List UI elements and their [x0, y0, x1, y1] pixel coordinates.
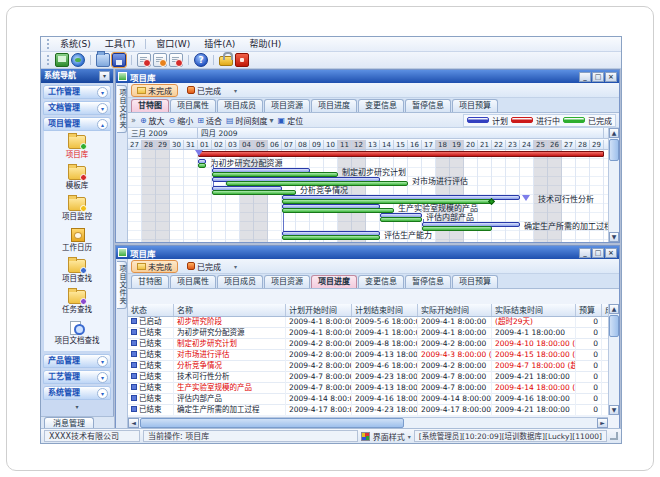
gantt-tool-放大[interactable]: ⊕放大: [140, 115, 165, 126]
scroll-up-icon[interactable]: ▲: [609, 128, 619, 138]
sidebar-collapse-icon[interactable]: ▾: [43, 402, 111, 412]
table-row[interactable]: 已结束为初步研究分配资源2009-4-1 8:00:002009-4-1 18:…: [128, 328, 608, 339]
filter-button-未完成[interactable]: 未完成: [131, 84, 178, 97]
gantt-tool-定位[interactable]: ▣定位: [278, 115, 304, 126]
done-bar-评估生产能力[interactable]: [282, 235, 380, 240]
tab-project-folder[interactable]: 项目文件夹: [117, 85, 127, 133]
table-row[interactable]: 已结束对市场进行评估2009-4-2 8:00:002009-4-13 18:0…: [128, 350, 608, 361]
table-row[interactable]: 已结束确定生产所需的加工过程2009-4-17 8:00:002009-4-23…: [128, 405, 608, 415]
tab-项目预算[interactable]: 项目预算: [452, 99, 498, 112]
gantt-tool-适合[interactable]: ⊞适合: [197, 115, 222, 126]
close-icon[interactable]: ×: [605, 72, 617, 82]
column-header-实际开始时间[interactable]: 实际开始时间: [418, 304, 492, 317]
exit-icon[interactable]: [235, 53, 249, 67]
resize-grip-icon[interactable]: [610, 432, 618, 440]
table-vertical-scrollbar[interactable]: ▲ ▼: [608, 304, 619, 415]
minimize-icon[interactable]: _: [579, 72, 591, 82]
summary-bar-初步研究阶段[interactable]: [198, 151, 604, 157]
chevron-down-icon[interactable]: ▾: [97, 103, 108, 114]
tab-项目资源[interactable]: 项目资源: [264, 99, 310, 112]
tab-项目资源[interactable]: 项目资源: [264, 275, 310, 288]
sidebar-group-header-5[interactable]: 系统管理▾: [43, 386, 111, 400]
scroll-up-icon[interactable]: ▲: [609, 304, 619, 314]
doc-edit-icon[interactable]: [153, 53, 167, 67]
column-header-预算[interactable]: 预算: [576, 304, 602, 317]
table-row[interactable]: 已启动初步研究阶段2009-4-1 8:00:002009-5-6 18:00:…: [128, 317, 608, 328]
doc-add-icon[interactable]: [137, 53, 151, 67]
gantt-vertical-scrollbar[interactable]: ▲ ▼: [608, 128, 619, 242]
column-header-实际结束时间[interactable]: 实际结束时间: [492, 304, 576, 317]
chevron-down-icon[interactable]: ▾: [97, 388, 108, 399]
table-row[interactable]: 已结束评估内部产品2009-4-14 8:00:002009-4-16 18:0…: [128, 394, 608, 405]
sidebar-group-header-2[interactable]: 项目管理▴: [43, 117, 111, 131]
menu-item-3[interactable]: 插件(A): [197, 37, 242, 51]
maximize-icon[interactable]: □: [592, 72, 604, 82]
done-bar-评估内部产品[interactable]: [380, 217, 422, 222]
table-row[interactable]: 已结束制定初步研究计划2009-4-2 8:00:002009-4-8 18:0…: [128, 339, 608, 350]
chevron-down-icon[interactable]: ▾: [97, 87, 108, 98]
sidebar-item-模板库[interactable]: 模板库: [44, 164, 110, 195]
overflow-chevron-icon[interactable]: ▾: [230, 263, 241, 270]
gantt-tool-时间刻度[interactable]: ▤时间刻度▾: [226, 115, 274, 126]
minimize-icon[interactable]: _: [579, 248, 591, 258]
tab-变更信息[interactable]: 变更信息: [358, 275, 404, 288]
tab-甘特图[interactable]: 甘特图: [131, 99, 169, 112]
menu-item-4[interactable]: 帮助(H): [242, 37, 288, 51]
sidebar-group-header-3[interactable]: 产品管理▾: [43, 354, 111, 368]
globe-icon[interactable]: [71, 53, 85, 67]
filter-button-未完成[interactable]: 未完成: [131, 260, 178, 273]
menu-item-0[interactable]: 系统(S): [53, 37, 98, 51]
chevron-up-icon[interactable]: ▴: [97, 119, 108, 130]
sidebar-item-项目文档查找[interactable]: 项目文档查找: [44, 319, 110, 350]
sidebar-group-header-1[interactable]: 文档管理▾: [43, 101, 111, 115]
close-icon[interactable]: ×: [605, 248, 617, 258]
scroll-thumb[interactable]: [609, 139, 619, 161]
tab-项目属性[interactable]: 项目属性: [170, 275, 216, 288]
tab-甘特图[interactable]: 甘特图: [131, 275, 169, 288]
tab-project-folder[interactable]: 项目文件夹: [117, 261, 127, 309]
menu-item-1[interactable]: 工具(T): [98, 37, 143, 51]
tab-暂停信息[interactable]: 暂停信息: [405, 99, 451, 112]
interface-style-button[interactable]: 界面样式 ▾: [361, 431, 411, 442]
chevron-down-icon[interactable]: ▾: [97, 356, 108, 367]
folder-open-icon[interactable]: [96, 53, 110, 67]
scroll-left-icon[interactable]: ◄: [128, 418, 139, 428]
sidebar-group-header-4[interactable]: 工艺管理▾: [43, 370, 111, 384]
more-tools-icon[interactable]: »: [131, 116, 136, 125]
table-horizontal-scrollbar[interactable]: ◄ ►: [128, 417, 608, 428]
column-header-状态[interactable]: 状态: [128, 304, 174, 317]
tab-项目进度[interactable]: 项目进度: [311, 275, 357, 288]
sidebar-item-工作日历[interactable]: 工作日历: [44, 226, 110, 257]
done-bar-为初步研究分配资源[interactable]: [198, 163, 206, 168]
column-header-计划结束时间[interactable]: 计划结束时间: [352, 304, 418, 317]
save-icon[interactable]: [112, 53, 126, 67]
tab-项目成员[interactable]: 项目成员: [217, 99, 263, 112]
sidebar-item-项目库[interactable]: 项目库: [44, 133, 110, 164]
tab-项目进度[interactable]: 项目进度: [311, 99, 357, 112]
filter-button-已完成[interactable]: 已完成: [181, 84, 227, 97]
scroll-right-icon[interactable]: ►: [597, 418, 608, 428]
chevron-down-icon[interactable]: ▾: [97, 372, 108, 383]
done-bar-生产实验室规模的产品[interactable]: [282, 208, 394, 213]
tab-项目成员[interactable]: 项目成员: [217, 275, 263, 288]
done-bar-确定生产所需的加工过程[interactable]: [422, 226, 492, 231]
table-row[interactable]: 已结束生产实验室规模的产品2009-4-7 8:00:002009-4-13 1…: [128, 383, 608, 394]
sidebar-item-任务查找[interactable]: 任务查找: [44, 288, 110, 319]
tab-项目预算[interactable]: 项目预算: [452, 275, 498, 288]
lock-icon[interactable]: [219, 56, 233, 66]
maximize-icon[interactable]: □: [592, 248, 604, 258]
monitor-icon[interactable]: [55, 53, 69, 67]
scroll-down-icon[interactable]: ▼: [609, 232, 619, 242]
tab-项目属性[interactable]: 项目属性: [170, 99, 216, 112]
sidebar-item-项目监控[interactable]: 项目监控: [44, 195, 110, 226]
doc-delete-icon[interactable]: [169, 53, 183, 67]
scroll-thumb[interactable]: [140, 418, 404, 428]
overflow-chevron-icon[interactable]: ▾: [230, 87, 241, 94]
sidebar-header-dropdown-icon[interactable]: ▾: [99, 71, 110, 81]
gantt-tool-缩小[interactable]: ⊖缩小: [169, 115, 194, 126]
column-header-计划开始时间[interactable]: 计划开始时间: [286, 304, 352, 317]
sidebar-group-header-0[interactable]: 工作管理▾: [43, 85, 111, 99]
sidebar-item-项目查找[interactable]: 项目查找: [44, 257, 110, 288]
table-row[interactable]: 已结束技术可行性分析2009-4-7 8:00:002009-4-23 18:0…: [128, 372, 608, 383]
tab-变更信息[interactable]: 变更信息: [358, 99, 404, 112]
